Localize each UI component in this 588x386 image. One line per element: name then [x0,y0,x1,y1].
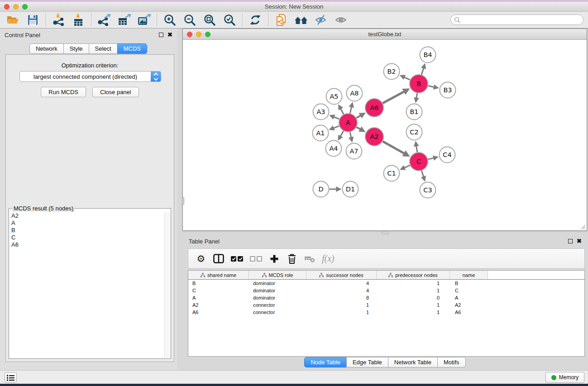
deselect-all-columns-button[interactable] [250,253,262,265]
export-network-button[interactable] [94,13,114,27]
tab-edge-table[interactable]: Edge Table [346,357,388,367]
memory-button[interactable]: Memory [545,372,584,383]
graph-edge[interactable] [350,106,351,114]
unchecked-box-icon [257,256,262,262]
task-history-button[interactable] [5,372,17,383]
tab-motifs[interactable]: Motifs [437,357,466,367]
graph-edge[interactable] [333,117,339,119]
close-table-panel-icon[interactable]: ✖ [577,239,582,243]
graph-edge[interactable] [404,77,410,80]
graph-edge[interactable] [350,132,351,138]
mcds-result-item[interactable]: A [10,219,164,227]
mcds-result-list[interactable]: A2ABCA6 [10,212,164,358]
memory-label: Memory [559,374,578,381]
table-row[interactable]: Bdominator41B [188,280,584,287]
save-session-button[interactable] [23,13,43,27]
import-network-button[interactable] [48,13,68,27]
export-image-button[interactable] [134,13,154,27]
mcds-result-item[interactable]: C [10,234,164,241]
refresh-layout-button[interactable] [245,13,265,27]
import-table-button[interactable] [68,13,88,27]
column-header-predecessor-nodes[interactable]: predecessor nodes [377,271,450,279]
show-panel-button[interactable] [331,13,351,27]
table-cell: 1 [306,302,377,308]
table-toolbar: ⚙ [188,248,585,269]
table-cell: A6 [188,310,249,315]
clone-network-doc-icon [275,13,287,27]
float-table-panel-icon[interactable] [568,239,573,243]
graph-node-label: B3 [443,86,452,94]
tab-network[interactable]: Network [29,43,64,54]
column-header-name[interactable]: name [450,271,488,279]
delete-column-button[interactable] [287,253,297,265]
clone-network-button[interactable] [271,13,291,27]
close-panel-button[interactable]: Close panel [92,87,139,97]
table-settings-button[interactable]: ⚙ [196,253,206,265]
graph-edge[interactable] [421,67,424,75]
float-panel-icon[interactable] [159,33,163,37]
tab-style[interactable]: Style [63,43,89,54]
table-row[interactable]: A2connector11A2 [188,301,584,309]
home-layout-button[interactable] [291,13,311,27]
column-header-mcds-role[interactable]: MCDS role [249,271,306,279]
table-panel-title: Table Panel [189,238,220,245]
window-edge-handle[interactable] [182,197,184,205]
mcds-result-item[interactable]: A2 [10,212,164,219]
search-input[interactable] [450,14,583,25]
control-panel-title: Control Panel [5,32,40,38]
graph-edge[interactable] [428,158,434,159]
table-row[interactable]: Adominator80A [188,294,584,301]
graph-edge[interactable] [340,131,343,137]
run-mcds-button[interactable]: Run MCDS [41,87,86,97]
mcds-result-item[interactable]: B [10,227,164,234]
select-all-columns-button[interactable] [231,253,243,265]
toolbar-separator [91,14,91,26]
network-window-titlebar[interactable]: testGlobe.txt [183,29,587,40]
mcds-result-item[interactable]: A6 [10,241,164,248]
table-cell: 4 [306,281,377,286]
zoom-fit-button[interactable] [200,13,220,27]
table-panel-tabs: Node TableEdge TableNetwork TableMotifs [182,357,588,367]
criterion-select[interactable]: largest connected component (directed) [19,71,161,82]
zoom-in-button[interactable] [160,13,180,27]
zoom-selected-button[interactable] [220,13,239,27]
graph-edge[interactable] [382,141,405,153]
export-table-button[interactable] [114,13,134,27]
graph-edge[interactable] [421,171,424,177]
graph-edge[interactable] [382,91,404,103]
table-cell: A2 [188,302,249,308]
open-session-button[interactable] [3,13,23,27]
zoom-out-button[interactable] [180,13,200,27]
close-panel-icon[interactable]: ✖ [167,33,172,37]
column-header-successor-nodes[interactable]: successor nodes [306,271,377,279]
graph-edge[interactable] [404,165,410,168]
tab-mcds[interactable]: MCDS [117,43,147,54]
mcds-result-scrollbar[interactable] [164,212,170,358]
table-panel-mode-button[interactable] [213,253,224,265]
column-header-shared-name[interactable]: shared name [188,271,249,279]
graph-edge[interactable] [333,126,339,128]
hide-panels-button[interactable] [311,13,331,27]
graph-node-label: C2 [410,129,418,136]
resize-grip-icon[interactable] [580,224,586,229]
graph-node-label: A7 [349,148,358,155]
graph-node-label: B [416,80,421,87]
tab-network-table[interactable]: Network Table [388,357,438,367]
search-icon [454,17,460,23]
graph-node-label: A1 [316,129,325,137]
panel-splitter-handle[interactable] [382,231,389,234]
graph-edge[interactable] [428,86,435,87]
delete-table-icon [304,254,315,263]
tab-node-table[interactable]: Node Table [304,357,347,367]
delete-table-button[interactable] [304,253,315,265]
table-row[interactable]: A6connector11A6 [188,309,584,316]
function-builder-button[interactable]: f(x) [322,253,335,265]
network-graph[interactable]: B4B2BB3A5A8A6B1A3AA1C2A2A4A7C4CC1C3DD1 [183,40,587,230]
tab-select[interactable]: Select [89,43,118,54]
network-canvas[interactable]: B4B2BB3A5A8A6B1A3AA1C2A2A4A7C4CC1C3DD1 [183,40,587,230]
graph-node-label: A4 [329,145,338,152]
graph-edge[interactable] [340,108,344,114]
create-column-button[interactable] [269,253,280,265]
graph-edge[interactable] [416,145,417,152]
table-row[interactable]: Cdominator41C [188,287,584,294]
